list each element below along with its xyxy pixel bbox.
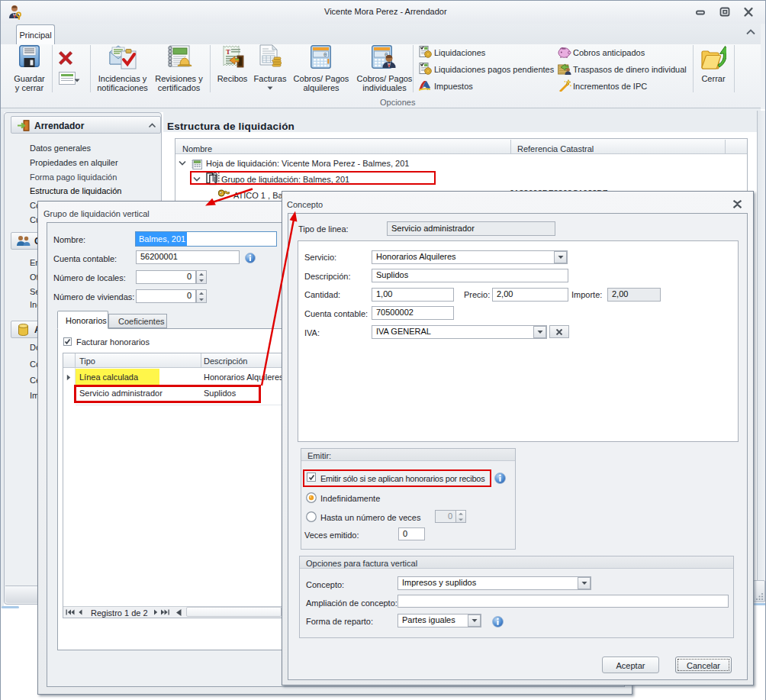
svg-text:T: T [226,48,230,56]
svg-text:0: 0 [323,52,327,58]
